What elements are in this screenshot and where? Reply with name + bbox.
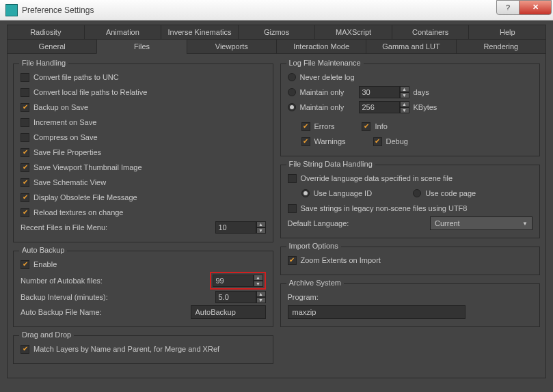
group-file-string: File String Data Handling Override langu… [280,165,541,238]
tab-viewports[interactable]: Viewports [187,39,277,54]
tab-gizmos[interactable]: Gizmos [238,25,316,40]
tab-radiosity[interactable]: Radiosity [7,25,85,40]
spin-down-icon[interactable]: ▼ [400,107,409,113]
radio-maintain-kb[interactable] [288,103,296,111]
legend-archive: Archive System [286,279,344,287]
chk-backup-on-save[interactable] [21,103,29,112]
chk-errors[interactable] [301,122,310,131]
radio-maintain-days[interactable] [288,88,296,96]
chevron-down-icon: ▼ [522,221,528,227]
chk-convert-unc[interactable] [21,73,29,82]
recent-files-spinner[interactable]: ▲▼ [215,221,266,234]
tab-interaction-mode[interactable]: Interaction Mode [276,39,366,54]
chk-obsolete-msg[interactable] [21,193,29,202]
spin-up-icon[interactable]: ▲ [400,101,409,107]
legend-log-maint: Log File Maintenance [286,59,364,67]
radio-never-delete[interactable] [288,73,296,81]
log-kb-input[interactable] [359,101,400,113]
tabs-row-2: General Files Viewports Interaction Mode… [7,39,546,54]
chk-save-schematic[interactable] [21,178,29,187]
group-drag-drop: Drag and Drop Match Layers by Name and P… [13,335,273,364]
titlebar: Preference Settings ? ✕ [0,0,553,20]
group-archive-system: Archive System Program: [280,283,541,327]
chk-increment-on-save[interactable] [21,118,29,127]
tab-maxscript[interactable]: MAXScript [314,25,392,40]
close-button[interactable]: ✕ [519,0,552,15]
radio-use-lang-id[interactable] [301,189,310,197]
spin-up-icon[interactable]: ▲ [400,86,409,92]
tab-general[interactable]: General [7,39,97,54]
chk-info[interactable] [362,122,370,131]
tab-files[interactable]: Files [96,39,187,54]
log-days-spinner[interactable]: ▲▼ [359,86,409,98]
recent-files-input[interactable] [215,221,256,234]
radio-use-code-page[interactable] [413,189,421,197]
app-icon [5,4,18,16]
backup-interval-spinner[interactable]: ▲▼ [215,291,266,303]
chk-save-vp-thumb[interactable] [21,163,29,172]
backup-interval-input[interactable] [215,291,256,303]
archive-program-input[interactable] [288,305,466,319]
log-kb-spinner[interactable]: ▲▼ [359,101,409,113]
chk-compress-on-save[interactable] [21,133,29,142]
tab-animation[interactable]: Animation [84,25,162,40]
autobak-count-input[interactable] [213,275,254,287]
autobackup-name-input[interactable] [191,305,266,319]
tab-help[interactable]: Help [468,25,546,40]
legend-auto-backup: Auto Backup [19,246,67,254]
highlight-box: ▲▼ [210,272,266,290]
chk-warnings[interactable] [301,137,310,146]
spin-down-icon[interactable]: ▼ [256,297,266,303]
tab-gamma-lut[interactable]: Gamma and LUT [366,39,456,54]
chk-save-utf8[interactable] [288,204,297,213]
tab-rendering[interactable]: Rendering [456,39,546,54]
spin-up-icon[interactable]: ▲ [256,291,266,297]
tab-containers[interactable]: Containers [392,25,470,40]
spin-down-icon[interactable]: ▼ [256,227,266,234]
autobak-count-spinner[interactable]: ▲▼ [213,275,263,287]
tabs-row-1: Radiosity Animation Inverse Kinematics G… [7,25,546,40]
help-button[interactable]: ? [496,0,520,15]
window-title: Preference Settings [22,5,497,15]
legend-file-handling: File Handling [19,59,68,67]
spin-down-icon[interactable]: ▼ [254,281,263,287]
group-log-maintenance: Log File Maintenance Never delete log Ma… [280,64,541,156]
tab-inverse-kinematics[interactable]: Inverse Kinematics [161,25,239,40]
chk-reload-textures[interactable] [21,208,29,217]
legend-file-string: File String Data Handling [286,160,375,168]
log-days-input[interactable] [359,86,400,98]
spin-down-icon[interactable]: ▼ [400,92,409,98]
legend-import-opts: Import Options [286,242,341,250]
group-auto-backup: Auto Backup Enable Number of Autobak fil… [13,251,273,327]
default-language-select[interactable]: Current▼ [430,216,532,230]
group-file-handling: File Handling Convert file paths to UNC … [13,64,273,242]
chk-match-layers[interactable] [21,345,29,354]
spin-up-icon[interactable]: ▲ [254,275,263,281]
chk-convert-relative[interactable] [21,88,29,97]
chk-save-file-props[interactable] [21,148,29,157]
chk-autobackup-enable[interactable] [21,260,29,269]
legend-drag-drop: Drag and Drop [19,331,74,339]
chk-override-lang[interactable] [288,174,297,183]
chk-zoom-extents[interactable] [288,256,297,265]
chk-debug[interactable] [373,137,382,146]
group-import-options: Import Options Zoom Extents on Import [280,247,541,275]
spin-up-icon[interactable]: ▲ [256,221,266,227]
